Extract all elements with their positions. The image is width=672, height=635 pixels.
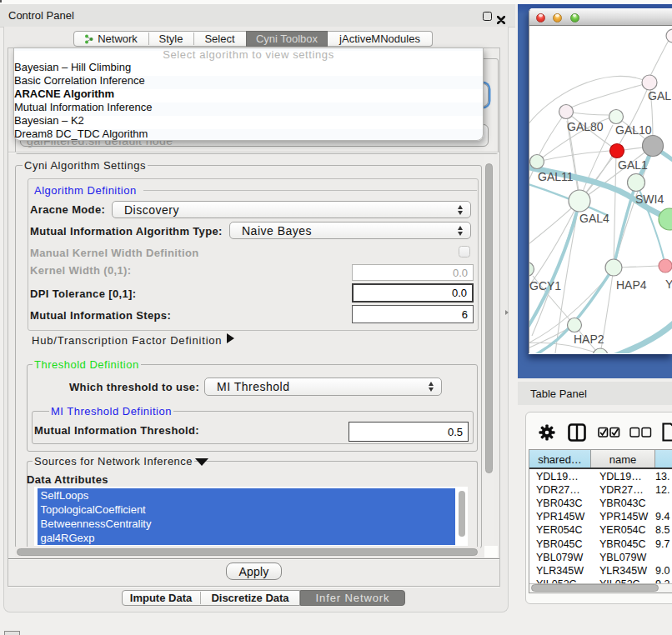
svg-text:GAL80: GAL80 [567, 120, 604, 133]
svg-text:SWI4: SWI4 [635, 192, 664, 206]
svg-text:HAP4: HAP4 [616, 278, 647, 292]
svg-text:GAL4: GAL4 [579, 212, 609, 225]
svg-text:GAL10: GAL10 [615, 123, 652, 137]
svg-text:GAL: GAL [648, 89, 671, 102]
svg-text:GAL11: GAL11 [538, 170, 574, 183]
svg-text:GCY1: GCY1 [529, 279, 561, 292]
svg-text:HAP2: HAP2 [574, 332, 604, 346]
svg-text:GAL1: GAL1 [618, 158, 648, 172]
svg-text:Y: Y [665, 278, 672, 291]
